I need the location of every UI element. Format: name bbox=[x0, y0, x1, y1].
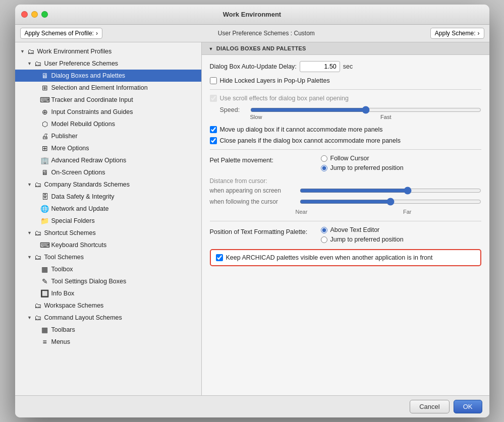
sidebar-item-menus[interactable]: ≡ Menus bbox=[15, 336, 201, 348]
auto-update-row: Dialog Box Auto-Update Delay: sec bbox=[210, 61, 481, 72]
speed-slider[interactable] bbox=[250, 106, 481, 114]
sidebar-item-input-constraints[interactable]: ⊕ Input Constraints and Guides bbox=[15, 106, 201, 118]
sidebar-item-label: Data Safety & Integrity bbox=[51, 193, 115, 200]
text-palette-radio-group: Above Text Editor Jump to preferred posi… bbox=[321, 226, 404, 243]
pet-palette-radio-group: Follow Cursor Jump to preferred position bbox=[321, 155, 404, 171]
close-panels-checkbox[interactable] bbox=[210, 137, 217, 144]
sidebar-item-selection[interactable]: ⊞ Selection and Element Information bbox=[15, 82, 201, 94]
sidebar-item-dialog-boxes[interactable]: 🖥 Dialog Boxes and Palettes bbox=[15, 70, 201, 82]
sidebar-item-shortcut-schemes[interactable]: 🗂 Shortcut Schemes bbox=[15, 227, 201, 239]
scroll-effects-checkbox[interactable] bbox=[210, 95, 217, 102]
main-window: Work Environment Apply Schemes of Profil… bbox=[15, 5, 489, 417]
close-button[interactable] bbox=[21, 11, 28, 18]
when-appearing-label: when appearing on screen bbox=[210, 187, 296, 194]
sidebar-item-label: Selection and Element Information bbox=[51, 84, 148, 91]
sidebar-item-label: Advanced Redraw Options bbox=[51, 157, 127, 164]
follow-cursor-row: Follow Cursor bbox=[321, 155, 404, 162]
section-header: DIALOG BOXES AND PALETTES bbox=[202, 42, 489, 55]
tree-arrow bbox=[19, 48, 26, 55]
on-screen-icon: 🖥 bbox=[40, 168, 49, 177]
sidebar-item-tracker[interactable]: ⌨ Tracker and Coordinate Input bbox=[15, 94, 201, 106]
tree-arrow bbox=[26, 181, 33, 188]
minimize-button[interactable] bbox=[31, 11, 38, 18]
jump-text-radio[interactable] bbox=[321, 236, 327, 243]
when-following-label: when following the cursor bbox=[210, 198, 296, 205]
jump-preferred-label: Jump to preferred position bbox=[330, 164, 404, 171]
tree-arrow bbox=[26, 60, 33, 67]
traffic-lights bbox=[21, 11, 48, 18]
sidebar-item-on-screen[interactable]: 🖥 On-Screen Options bbox=[15, 166, 201, 178]
when-following-slider[interactable] bbox=[300, 198, 481, 206]
sidebar-item-special-folders[interactable]: 📁 Special Folders bbox=[15, 215, 201, 227]
distance-section: Distance from cursor: when appearing on … bbox=[210, 177, 481, 215]
speed-section: Speed: Slow Fast bbox=[210, 106, 481, 120]
apply-scheme-dropdown[interactable]: Apply Scheme: › bbox=[430, 28, 484, 39]
sidebar-item-label: Publisher bbox=[51, 133, 78, 140]
text-palette-row: Position of Text Formatting Palette: Abo… bbox=[210, 226, 481, 243]
cancel-button[interactable]: Cancel bbox=[410, 400, 449, 413]
sidebar-item-user-pref-schemes[interactable]: 🗂 User Preference Schemes bbox=[15, 57, 201, 70]
sidebar-item-company-standards[interactable]: 🗂 Company Standards Schemes bbox=[15, 178, 201, 191]
sidebar-item-label: Input Constraints and Guides bbox=[51, 108, 133, 115]
sidebar-item-toolbox[interactable]: ▦ Toolbox bbox=[15, 263, 201, 275]
sidebar-item-label: Work Environment Profiles bbox=[37, 48, 112, 55]
sidebar-item-label: Dialog Boxes and Palettes bbox=[51, 72, 126, 79]
sidebar-item-info-box[interactable]: 🔲 Info Box bbox=[15, 287, 201, 299]
special-folders-icon: 📁 bbox=[40, 216, 49, 225]
user-pref-icon: 🗂 bbox=[33, 59, 42, 68]
sidebar-item-tool-settings[interactable]: ✎ Tool Settings Dialog Boxes bbox=[15, 275, 201, 287]
pet-palette-label: Pet Palette movement: bbox=[210, 155, 311, 164]
sidebar-item-work-env-profiles[interactable]: 🗂 Work Environment Profiles bbox=[15, 45, 201, 57]
speed-slow-label: Slow bbox=[250, 114, 262, 120]
sidebar-item-workspace-schemes[interactable]: 🗂 Workspace Schemes bbox=[15, 299, 201, 312]
scheme-status: User Preference Schemes : Custom bbox=[107, 30, 425, 37]
toolbars-icon: ▦ bbox=[40, 325, 49, 334]
hide-locked-label: Hide Locked Layers in Pop-Up Palettes bbox=[220, 77, 330, 84]
speed-fast-label: Fast bbox=[380, 114, 391, 120]
divider3 bbox=[210, 221, 481, 221]
sidebar-item-label: Network and Update bbox=[51, 205, 109, 212]
apply-schemes-dropdown[interactable]: Apply Schemes of Profile: › bbox=[20, 28, 102, 39]
ok-button[interactable]: OK bbox=[454, 400, 482, 413]
sidebar-item-advanced-redraw[interactable]: 🏢 Advanced Redraw Options bbox=[15, 154, 201, 166]
pet-palette-row: Pet Palette movement: Follow Cursor Jump… bbox=[210, 155, 481, 171]
text-palette-label: Position of Text Formatting Palette: bbox=[210, 226, 311, 235]
move-up-row: Move up dialog box if it cannot accommod… bbox=[210, 126, 481, 133]
jump-preferred-radio[interactable] bbox=[321, 165, 327, 171]
speed-label: Speed: bbox=[220, 106, 250, 113]
window-title: Work Environment bbox=[223, 11, 281, 18]
sidebar-item-tool-schemes[interactable]: 🗂 Tool Schemes bbox=[15, 251, 201, 263]
sidebar-item-toolbars[interactable]: ▦ Toolbars bbox=[15, 324, 201, 336]
sidebar-item-network-update[interactable]: 🌐 Network and Update bbox=[15, 203, 201, 215]
move-up-checkbox[interactable] bbox=[210, 126, 217, 133]
sidebar-item-label: Company Standards Schemes bbox=[44, 181, 130, 188]
sidebar-item-more-options[interactable]: ⊞ More Options bbox=[15, 142, 201, 154]
sidebar-item-label: Toolbox bbox=[51, 266, 73, 273]
bottom-bar: Cancel OK bbox=[15, 395, 489, 417]
sidebar-item-label: Toolbars bbox=[51, 326, 75, 333]
sidebar: 🗂 Work Environment Profiles 🗂 User Prefe… bbox=[15, 42, 202, 395]
sidebar-item-model-rebuild[interactable]: ⬡ Model Rebuild Options bbox=[15, 118, 201, 130]
tool-settings-icon: ✎ bbox=[40, 277, 49, 286]
tool-schemes-icon: 🗂 bbox=[33, 253, 42, 262]
auto-update-input[interactable] bbox=[300, 61, 340, 72]
when-appearing-row: when appearing on screen bbox=[210, 187, 481, 195]
speed-slider-row: Speed: bbox=[210, 106, 481, 114]
above-editor-label: Above Text Editor bbox=[330, 226, 380, 233]
sidebar-item-keyboard-shortcuts[interactable]: ⌨ Keyboard Shortcuts bbox=[15, 239, 201, 251]
panel-body: Dialog Box Auto-Update Delay: sec Hide L… bbox=[202, 55, 489, 278]
auto-update-unit: sec bbox=[343, 63, 353, 70]
sidebar-item-command-layout[interactable]: 🗂 Command Layout Schemes bbox=[15, 312, 201, 324]
sidebar-item-publisher[interactable]: 🖨 Publisher bbox=[15, 130, 201, 142]
tree-arrow bbox=[26, 254, 33, 261]
above-editor-radio[interactable] bbox=[321, 227, 327, 233]
sidebar-item-data-safety[interactable]: 🗄 Data Safety & Integrity bbox=[15, 191, 201, 203]
toolbar-right: Apply Scheme: › bbox=[430, 28, 484, 39]
selection-icon: ⊞ bbox=[40, 83, 49, 92]
maximize-button[interactable] bbox=[41, 11, 48, 18]
hide-locked-checkbox[interactable] bbox=[210, 77, 217, 84]
keep-visible-checkbox[interactable] bbox=[216, 254, 223, 261]
follow-cursor-radio[interactable] bbox=[321, 155, 327, 162]
toolbar: Apply Schemes of Profile: › User Prefere… bbox=[15, 25, 489, 42]
when-appearing-slider[interactable] bbox=[300, 187, 481, 195]
